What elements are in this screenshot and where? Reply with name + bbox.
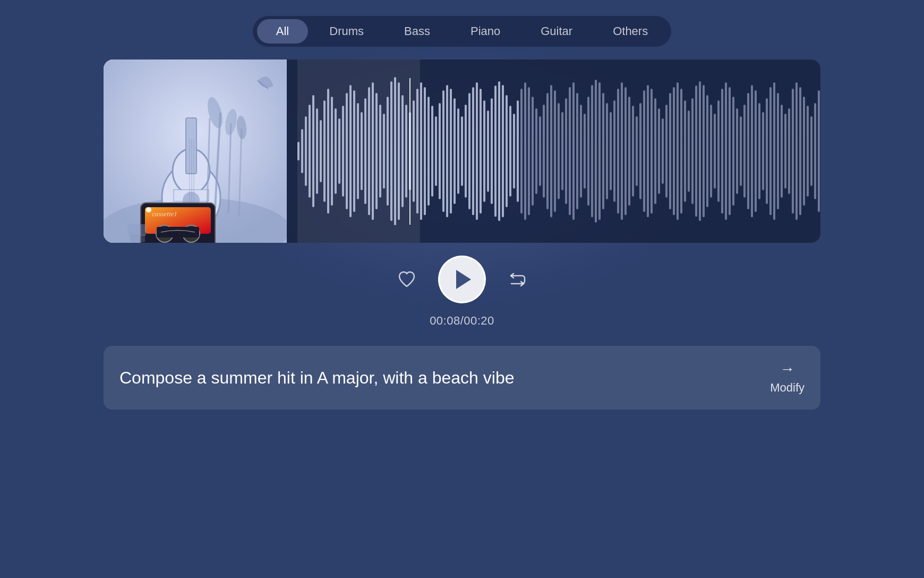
waveform-bar — [342, 106, 344, 196]
waveform-bar — [621, 82, 623, 219]
waveform-bar — [558, 103, 560, 200]
waveform-bar — [773, 82, 775, 219]
like-button[interactable] — [397, 269, 417, 290]
svg-rect-24 — [157, 227, 199, 237]
waveform-bar — [550, 85, 552, 217]
waveform-bar — [361, 112, 363, 190]
prompt-bar: Compose a summer hit in A major, with a … — [104, 346, 820, 410]
waveform-bar — [331, 97, 333, 206]
waveform-bar — [353, 90, 355, 212]
waveform-bar — [613, 100, 615, 202]
filter-bar: All Drums Bass Piano Guitar Others — [253, 16, 671, 47]
waveform-bar — [413, 100, 415, 202]
waveform-bar — [807, 106, 809, 196]
waveform-bar — [520, 89, 523, 214]
waveform-bar — [777, 93, 779, 210]
waveform-bar — [569, 87, 571, 215]
controls-section: 00:08/00:20 — [397, 256, 527, 328]
waveform-bar — [535, 108, 537, 194]
waveform-bar — [502, 85, 504, 217]
waveform-bar — [305, 116, 307, 186]
waveform-bar — [624, 87, 627, 215]
waveform-bar — [398, 82, 400, 219]
waveform-bar — [747, 93, 749, 210]
waveform-bar — [372, 82, 374, 219]
tab-all[interactable]: All — [257, 19, 308, 44]
waveform-bar — [539, 116, 541, 186]
waveform-bar — [524, 82, 526, 219]
waveform-bar — [368, 87, 370, 215]
waveform-bar — [532, 97, 534, 206]
waveform-bar — [401, 95, 404, 207]
tab-drums[interactable]: Drums — [310, 19, 383, 44]
waveform-bar — [327, 89, 329, 214]
waveform-bar — [758, 103, 760, 200]
waveform-bar — [792, 89, 794, 214]
waveform-bar — [416, 89, 418, 214]
waveform-bar — [427, 97, 430, 206]
svg-rect-29 — [130, 235, 145, 242]
waveform-bar — [810, 116, 812, 186]
modify-label: Modify — [770, 381, 805, 395]
modify-button[interactable]: → Modify — [770, 361, 805, 395]
waveform-bar — [513, 114, 515, 189]
tab-guitar[interactable]: Guitar — [521, 19, 592, 44]
waveform-bar — [617, 89, 619, 214]
waveform-bar — [487, 110, 489, 191]
waveform-canvas — [297, 60, 810, 243]
modify-arrow-icon: → — [780, 361, 795, 378]
waveform-area[interactable] — [287, 60, 820, 243]
waveform-bar — [357, 103, 359, 200]
waveform-bar — [584, 114, 586, 189]
waveform-bar — [465, 105, 467, 198]
waveform-bar — [699, 81, 701, 222]
main-page: All Drums Bass Piano Guitar Others — [0, 0, 924, 578]
waveform-bar — [677, 82, 679, 219]
waveform-bar — [788, 108, 790, 194]
waveform-bar — [450, 89, 452, 214]
waveform-bar — [799, 87, 801, 215]
waveform-bar — [454, 98, 456, 204]
waveform-bar — [688, 110, 690, 191]
waveform-bar — [405, 105, 407, 198]
waveform-bar — [606, 103, 608, 200]
waveform-bar — [673, 87, 675, 215]
waveform-bar — [740, 116, 742, 186]
waveform-bar — [598, 82, 601, 219]
waveform-bar — [714, 114, 716, 189]
waveform-bar — [632, 106, 634, 196]
waveform-bar — [628, 97, 630, 206]
waveform-bar — [338, 118, 340, 184]
repeat-button[interactable] — [507, 269, 527, 290]
tab-others[interactable]: Others — [594, 19, 667, 44]
waveform-bar — [721, 89, 723, 214]
waveform-bar — [390, 81, 392, 222]
waveform-bar — [610, 112, 612, 190]
controls-row — [397, 256, 527, 303]
tab-bass[interactable]: Bass — [385, 19, 449, 44]
waveform-bar — [732, 97, 734, 206]
waveform-bar — [383, 114, 385, 189]
waveform-bar — [751, 85, 753, 217]
tab-piano[interactable]: Piano — [451, 19, 519, 44]
waveform-bar — [323, 100, 326, 202]
svg-text:cassette1: cassette1 — [152, 210, 177, 218]
waveform-bar — [587, 97, 589, 206]
waveform-bar — [297, 142, 300, 160]
waveform-bar — [595, 80, 597, 223]
waveform-bar — [717, 100, 720, 202]
play-icon — [456, 270, 471, 289]
play-button[interactable] — [438, 256, 486, 303]
waveform-bar — [472, 87, 474, 215]
waveform-bar — [691, 98, 694, 204]
waveform-bar — [769, 87, 772, 215]
waveform-bar — [309, 105, 311, 198]
waveform-bar — [528, 87, 530, 215]
waveform-bar — [580, 105, 582, 198]
waveform-bar — [725, 82, 727, 219]
waveform-bar — [435, 116, 437, 186]
waveform-bar — [703, 85, 705, 217]
waveform-bar — [762, 112, 764, 190]
waveform-bar — [420, 82, 422, 219]
waveform-bar — [509, 106, 511, 196]
